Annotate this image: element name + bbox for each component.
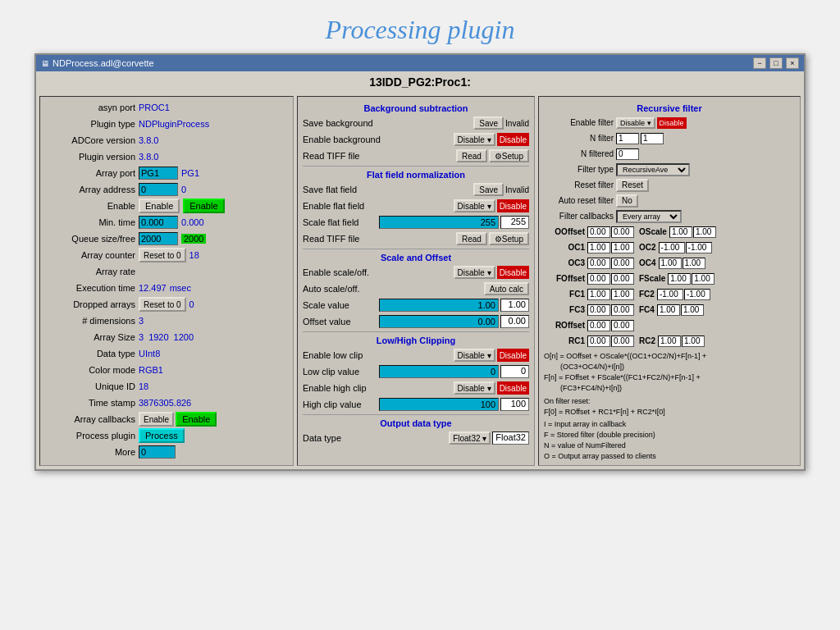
oc3-row: OC3 0.00 OC4 1.00 (544, 256, 795, 270)
array-callbacks-button[interactable]: Enable (139, 412, 174, 427)
n-filtered-value: 0 (616, 148, 639, 160)
read-tiff-bg-label: Read TIFF file (303, 151, 360, 161)
offset-value-input[interactable] (379, 315, 499, 328)
array-address-display: 0 (181, 185, 186, 194)
read-tiff-bg-button[interactable]: Read (456, 149, 487, 162)
scale-flat-input[interactable] (379, 216, 499, 229)
i-description: I = Input array in callback (544, 419, 795, 430)
fc1-input[interactable] (587, 289, 610, 300)
page-title: Processing plugin (0, 0, 840, 53)
enable-low-clip-button[interactable]: Disable ▾ (454, 349, 495, 362)
fc2-input[interactable] (657, 289, 683, 300)
n-filter-input[interactable] (616, 133, 639, 144)
scale-value-row: Scale value 1.00 (303, 298, 529, 313)
save-background-button[interactable]: Save (473, 116, 504, 130)
queue-size-input[interactable] (139, 232, 178, 245)
oc4-input[interactable] (659, 258, 682, 269)
filter-callbacks-row: Filter callbacks Every array (544, 209, 795, 223)
more-input[interactable] (139, 445, 176, 459)
output-data-type-button[interactable]: Float32 ▾ (449, 431, 491, 445)
low-clip-value-display: 0 (500, 365, 529, 378)
num-dimensions-label: # dimensions (45, 316, 135, 326)
enable-button[interactable]: Enable (139, 199, 180, 213)
process-plugin-button[interactable]: Process (139, 428, 185, 443)
output-type-header: Output data type (303, 418, 529, 428)
reset-filter-button[interactable]: Reset (616, 179, 649, 192)
array-counter-row: Array counter Reset to 0 18 (45, 248, 288, 262)
low-clip-value-input[interactable] (379, 365, 499, 378)
qsetup-flat-button[interactable]: ⚙Setup (489, 232, 529, 245)
formulas-section: O[n] = OOffset + OScale*((OC1+OC2/N)+F[n… (544, 351, 795, 462)
save-background-status: Invalid (505, 119, 529, 128)
app-icon: 🖥 (41, 59, 49, 68)
color-mode-row: Color mode RGB1 (45, 363, 288, 377)
enable-flat-button[interactable]: Disable ▾ (454, 199, 495, 212)
read-tiff-flat-row: Read TIFF file Read ⚙Setup (303, 231, 529, 246)
rc1-row: RC1 0.00 RC2 1.00 (544, 334, 795, 348)
enable-filter-indicator: Disable (657, 117, 687, 129)
auto-scale-button[interactable]: Auto calc (484, 282, 529, 295)
save-flat-button[interactable]: Save (473, 183, 504, 196)
enable-filter-button[interactable]: Disable ▾ (616, 117, 655, 129)
enable-background-button[interactable]: Disable ▾ (454, 133, 495, 146)
oc1-label: OC1 (544, 243, 585, 252)
main-window: 🖥 NDProcess.adl@corvette − □ × 13IDD_PG2… (34, 53, 806, 471)
array-rate-label: Array rate (45, 267, 135, 276)
title-bar-controls[interactable]: − □ × (753, 57, 799, 69)
read-tiff-bg-row: Read TIFF file Read ⚙Setup (303, 148, 529, 163)
read-tiff-flat-button[interactable]: Read (456, 232, 487, 245)
main-content: asyn port PROC1 Plugin type NDPluginProc… (36, 93, 804, 469)
enable-background-row: Enable background Disable ▾ Disable (303, 132, 529, 147)
dropped-arrays-label: Dropped arrays (45, 299, 135, 309)
high-clip-value-input[interactable] (379, 398, 499, 411)
enable-high-clip-button[interactable]: Disable ▾ (454, 381, 495, 395)
oc3-input[interactable] (587, 258, 610, 269)
save-background-controls: Save Invalid (473, 116, 529, 130)
dropped-arrays-row: Dropped arrays Reset to 0 0 (45, 297, 288, 312)
enable-background-label: Enable background (303, 135, 381, 144)
array-callbacks-row: Array callbacks Enable Enable (45, 412, 288, 427)
fc4-display: 1.00 (681, 304, 704, 316)
data-type-label: Data type (45, 349, 135, 358)
rc2-label: RC2 (639, 336, 655, 345)
auto-reset-filter-button[interactable]: No (616, 194, 638, 208)
enable-scale-button[interactable]: Disable ▾ (454, 266, 495, 279)
time-stamp-label: Time stamp (45, 398, 135, 408)
rc2-input[interactable] (658, 336, 681, 347)
queue-size-row: Queue size/free 2000 (45, 231, 288, 246)
array-address-input[interactable] (139, 183, 178, 196)
ooffset-input[interactable] (587, 226, 610, 238)
close-button[interactable]: × (786, 57, 799, 69)
min-time-row: Min. time 0.000 (45, 215, 288, 230)
rc1-display: 0.00 (611, 336, 634, 347)
array-port-input[interactable] (139, 167, 178, 180)
roffset-input[interactable] (587, 320, 610, 331)
oc1-input[interactable] (587, 242, 610, 253)
enable-low-clip-label: Enable low clip (303, 350, 363, 360)
fscale-input[interactable] (668, 273, 691, 285)
high-clip-value-display: 100 (500, 398, 529, 411)
filter-type-select[interactable]: RecursiveAve (616, 163, 690, 176)
asyn-port-label: asyn port (45, 103, 135, 112)
dropped-arrays-reset-button[interactable]: Reset to 0 (139, 297, 186, 312)
minimize-button[interactable]: − (753, 57, 766, 69)
scale-value-input[interactable] (379, 299, 499, 312)
fc3-input[interactable] (587, 304, 610, 316)
process-plugin-row: Process plugin Process (45, 428, 288, 443)
oc2-input[interactable] (659, 242, 685, 253)
qsetup-bg-button[interactable]: ⚙Setup (489, 149, 529, 162)
rc2-display: 1.00 (682, 336, 705, 347)
maximize-button[interactable]: □ (769, 57, 783, 69)
asyn-port-row: asyn port PROC1 (45, 100, 288, 115)
plugin-type-row: Plugin type NDPluginProcess (45, 116, 288, 131)
n-filter-row: N filter 1 (544, 131, 795, 145)
scale-value-controls: 1.00 (379, 299, 529, 312)
fc4-input[interactable] (657, 304, 680, 316)
plugin-type-label: Plugin type (45, 119, 135, 129)
oscale-input[interactable] (669, 226, 692, 238)
rc1-input[interactable] (587, 336, 610, 347)
min-time-input[interactable] (139, 216, 178, 229)
filter-callbacks-select[interactable]: Every array (616, 210, 682, 223)
array-counter-reset-button[interactable]: Reset to 0 (139, 248, 186, 262)
foffset-input[interactable] (587, 273, 610, 285)
